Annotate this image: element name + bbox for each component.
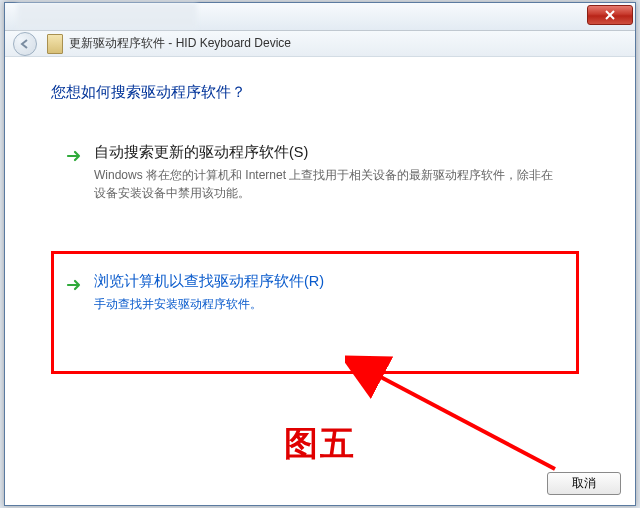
background-blur <box>17 3 197 29</box>
back-button[interactable] <box>13 32 37 56</box>
cancel-button[interactable]: 取消 <box>547 472 621 495</box>
device-icon <box>47 34 63 54</box>
option-text: 浏览计算机以查找驱动程序软件(R) 手动查找并安装驱动程序软件。 <box>94 272 564 313</box>
option-text: 自动搜索更新的驱动程序软件(S) Windows 将在您的计算机和 Intern… <box>94 143 564 202</box>
dialog-window: 更新驱动程序软件 - HID Keyboard Device 您想如何搜索驱动程… <box>4 2 636 506</box>
back-arrow-icon <box>19 38 31 50</box>
option-browse-computer[interactable]: 浏览计算机以查找驱动程序软件(R) 手动查找并安装驱动程序软件。 <box>51 251 579 374</box>
content-area: 您想如何搜索驱动程序软件？ 自动搜索更新的驱动程序软件(S) Windows 将… <box>5 59 635 505</box>
options-list: 自动搜索更新的驱动程序软件(S) Windows 将在您的计算机和 Intern… <box>5 102 635 374</box>
close-icon <box>605 10 615 20</box>
option-title: 自动搜索更新的驱动程序软件(S) <box>94 143 564 162</box>
option-description: 手动查找并安装驱动程序软件。 <box>94 295 564 313</box>
option-title: 浏览计算机以查找驱动程序软件(R) <box>94 272 564 291</box>
footer: 取消 <box>547 472 621 495</box>
close-button[interactable] <box>587 5 633 25</box>
figure-label: 图五 <box>5 421 635 467</box>
option-auto-search[interactable]: 自动搜索更新的驱动程序软件(S) Windows 将在您的计算机和 Intern… <box>51 128 579 219</box>
dialog-title: 更新驱动程序软件 - HID Keyboard Device <box>69 35 291 52</box>
main-heading: 您想如何搜索驱动程序软件？ <box>5 59 635 102</box>
arrow-icon <box>66 276 84 298</box>
arrow-icon <box>66 147 84 169</box>
header-bar: 更新驱动程序软件 - HID Keyboard Device <box>5 31 635 57</box>
option-description: Windows 将在您的计算机和 Internet 上查找用于相关设备的最新驱动… <box>94 166 564 202</box>
